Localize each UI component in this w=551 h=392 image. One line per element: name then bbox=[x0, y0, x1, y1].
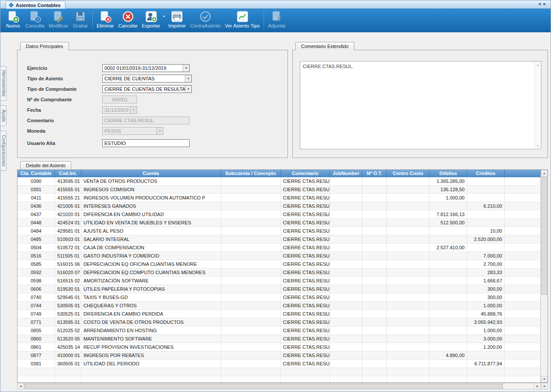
app-tab[interactable]: Asientos Contables bbox=[6, 1, 66, 9]
column-header[interactable]: JobNumber bbox=[330, 170, 362, 177]
table-vertical-scrollbar[interactable]: ▲ ▼ bbox=[541, 170, 548, 382]
column-header[interactable]: Subcuenta / Concepto bbox=[221, 170, 281, 177]
table-cell: 0861 bbox=[17, 343, 55, 351]
toolbar-button-cancelar[interactable]: Cancelar bbox=[116, 10, 140, 28]
comentario-scrollbar[interactable]: ▲ ▼ bbox=[534, 62, 541, 149]
table-cell: 516020 07 bbox=[55, 268, 81, 277]
scroll-left-icon[interactable]: ◄ bbox=[17, 383, 24, 389]
table-cell: CIERRE CTAS.RESUL. bbox=[281, 327, 330, 335]
chart-icon bbox=[236, 10, 249, 23]
sidebar-item-herramientas[interactable]: Herramientas bbox=[0, 66, 7, 101]
table-row[interactable]: 0390413595 01VENTA DE OTROS PRODUCTOSCIE… bbox=[17, 177, 541, 186]
scroll-right-icon[interactable]: ► bbox=[541, 383, 548, 389]
horizontal-scroll-thumb[interactable] bbox=[24, 384, 503, 389]
table-row[interactable]: 0598516515 02AMORTIZACIÓN SOFTWARECIERRE… bbox=[17, 277, 541, 285]
toolbar-button-adjuntar[interactable]: Adjuntar bbox=[266, 10, 288, 28]
scroll-up-icon[interactable]: ▲ bbox=[541, 170, 548, 176]
table-row[interactable]: 0391415555 01INGRESOS COMISIONCIERRE CTA… bbox=[17, 186, 541, 194]
toolbar-button-modificar[interactable]: Modificar bbox=[46, 10, 70, 28]
table-row[interactable] bbox=[17, 376, 541, 382]
table-row[interactable] bbox=[17, 368, 541, 376]
tab-comentario-extendido[interactable]: Comentario Extendido bbox=[295, 42, 354, 50]
column-header[interactable]: Créditos bbox=[467, 170, 505, 177]
scroll-down-icon[interactable]: ▼ bbox=[535, 143, 541, 149]
table-cell bbox=[330, 376, 362, 382]
table-row[interactable]: 0485510503 01SALARIO INTEGRALCIERRE CTAS… bbox=[17, 235, 541, 244]
toolbar-button-contraasiento[interactable]: ContraAsiento bbox=[188, 10, 223, 28]
column-header[interactable]: Cta. Contable bbox=[17, 170, 55, 177]
table-row[interactable]: 0592516020 07DEPRECIACION EQ COMPUTO CUA… bbox=[17, 268, 541, 277]
table-row[interactable]: 0504510572 01CAJA DE COMPENSACIONCIERRE … bbox=[17, 244, 541, 252]
edit-document-icon bbox=[52, 10, 65, 23]
table-row[interactable]: 0860513520 05MANTENIMIENTO SOFTWARECIERR… bbox=[17, 335, 541, 343]
scroll-right-icon[interactable]: ► bbox=[534, 383, 541, 389]
table-row[interactable]: 0516511505 01GASTO INDUSTRIA Y COMERCIOC… bbox=[17, 252, 541, 260]
table-cell bbox=[430, 227, 467, 235]
tab-datos-principales[interactable]: Datos Principales bbox=[20, 42, 69, 50]
table-cell: AMORTIZACIÓN SOFTWARE bbox=[81, 277, 221, 285]
usuario-alta-input[interactable]: ESTUDIO bbox=[102, 139, 190, 147]
tipo-asiento-select[interactable]: CIERRE DE CUENTAS ▼ bbox=[102, 75, 192, 83]
column-header[interactable]: Centro Costo bbox=[387, 170, 430, 177]
toolbar-button-imprimir[interactable]: Imprimir bbox=[166, 10, 188, 28]
table-row[interactable]: 0877410000 01INGRESOS POR REBATESCIERRE … bbox=[17, 351, 541, 360]
table-row[interactable]: 0740529545 01TAXIS Y BUSES-GDCIERRE CTAS… bbox=[17, 293, 541, 302]
table-row[interactable]: 0749530525 01DIFERENCIA EN CAMBIO PERDID… bbox=[17, 310, 541, 318]
tipo-comprobante-select[interactable]: CIERRE DE CUENTAS DE RESULTADOS ▼ bbox=[102, 85, 192, 93]
table-cell: CIERRE CTAS.RESUL. bbox=[281, 310, 330, 318]
scroll-up-icon[interactable]: ▲ bbox=[535, 62, 541, 68]
toolbar-button-grabar[interactable]: Grabar bbox=[70, 10, 90, 28]
comentario-extendido-textarea[interactable]: CIERRE CTAS.RESUL. ▲ ▼ bbox=[300, 61, 541, 149]
vertical-scroll-thumb[interactable] bbox=[541, 177, 547, 295]
table-cell: 516015 06 bbox=[55, 260, 81, 268]
table-row[interactable]: 0861425035 14RECUP PROVISION INVESTIGACI… bbox=[17, 343, 541, 351]
exportar-dropdown-arrow[interactable]: ▼ bbox=[162, 15, 165, 18]
toolbar-button-ver-asiento-tipo[interactable]: Ver Asiento Tipo bbox=[223, 10, 262, 28]
sidebar-item-ayuda[interactable]: Ayuda bbox=[0, 105, 7, 126]
toolbar-button-eliminar[interactable]: Eliminar bbox=[94, 10, 116, 28]
table-cell bbox=[362, 293, 387, 302]
table-cell bbox=[505, 335, 541, 343]
table-row[interactable]: 0855512025 02ARRENDAMIENTO EN HOSTINGCIE… bbox=[17, 327, 541, 335]
table-cell: CIERRE CTAS.RESUL. bbox=[281, 219, 330, 227]
column-header[interactable] bbox=[505, 170, 541, 177]
table-cell bbox=[430, 235, 467, 244]
column-header[interactable]: Nº O.T. bbox=[362, 170, 387, 177]
column-header[interactable]: Cod.Int. bbox=[55, 170, 81, 177]
table-row[interactable]: 0448424524 01UTILIDAD EN VENTA DE MUEBLE… bbox=[17, 219, 541, 227]
table-cell: 2.527.410,00 bbox=[430, 244, 467, 252]
table-row[interactable]: 0744530505 01CHEQUERAS Y OTROSCIERRE CTA… bbox=[17, 302, 541, 310]
toolbar-button-nuevo[interactable]: Nuevo bbox=[3, 10, 23, 28]
table-row[interactable]: 0606519530 01UTILES PAPELERIA Y FOTOCOPI… bbox=[17, 285, 541, 293]
table-row[interactable]: 0771613595 01COSTO DE VENTA DE OTROS PRO… bbox=[17, 318, 541, 327]
window-nav-arrows[interactable]: ◄► bbox=[537, 2, 548, 6]
table-cell: DIFERENCIA EN CAMBIO PERDIDA bbox=[81, 310, 221, 318]
column-header[interactable]: Débitos bbox=[430, 170, 467, 177]
toolbar-button-exportar[interactable]: Exportar bbox=[140, 10, 163, 28]
table-cell: 512025 02 bbox=[55, 327, 81, 335]
table-cell: 510572 01 bbox=[55, 244, 81, 252]
table-cell: 0437 bbox=[17, 210, 55, 219]
table-cell bbox=[467, 368, 505, 376]
table-horizontal-scrollbar[interactable]: ◄ ► bbox=[17, 383, 541, 389]
table-row[interactable]: 0437421020 01DIFERENCIA EN CAMBIO UTILID… bbox=[17, 210, 541, 219]
table-cell: UTILES PAPELERIA Y FOTOCOPIAS bbox=[81, 285, 221, 293]
tab-detalle-del-asiento[interactable]: Detalle del Asiento bbox=[20, 161, 71, 169]
table-row[interactable]: 0381360505 01UTILIDAD DEL PERIODOCIERRE … bbox=[17, 360, 541, 368]
sidebar-item-configuraciones[interactable]: Configuraciones bbox=[0, 131, 7, 171]
table-cell bbox=[467, 351, 505, 360]
table-row[interactable]: 0411415555 21INGRESOS VOLUMEN PRODUCCION… bbox=[17, 194, 541, 202]
ejercicio-value: 0002 01/01/2019-31/12/2019 bbox=[104, 65, 166, 71]
column-header[interactable]: Cuenta bbox=[81, 170, 221, 177]
scroll-down-icon[interactable]: ▼ bbox=[541, 376, 548, 382]
toolbar-button-consulta[interactable]: ? Consulta bbox=[23, 10, 46, 28]
table-cell bbox=[505, 376, 541, 382]
table-row[interactable]: 0436421005 01INTERESES GANADOSCIERRE CTA… bbox=[17, 202, 541, 210]
table-cell bbox=[467, 376, 505, 382]
table-row[interactable]: 0585516015 06DEPRECIACION EQ OFICINA CUA… bbox=[17, 260, 541, 268]
table-cell: 0381 bbox=[17, 360, 55, 368]
table-cell: 0484 bbox=[17, 227, 55, 235]
ejercicio-select[interactable]: 0002 01/01/2019-31/12/2019 ▼ bbox=[102, 64, 190, 72]
table-row[interactable]: 0484429581 01AJUSTE AL PESOCIERRE CTAS.R… bbox=[17, 227, 541, 235]
column-header[interactable]: Comentario bbox=[281, 170, 330, 177]
